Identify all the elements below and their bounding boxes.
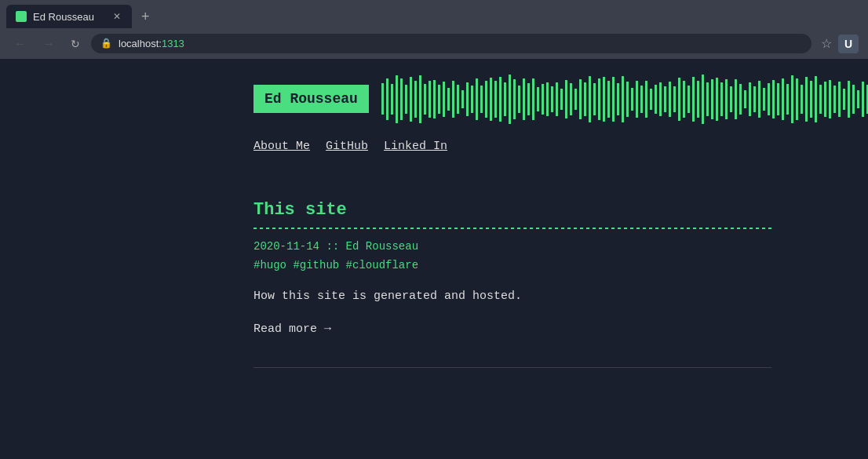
page-content: Ed Rousseau About Me GitHub Linked In Th…	[97, 59, 771, 399]
article-meta: 2020-11-14 :: Ed Rousseau	[253, 240, 771, 253]
refresh-button[interactable]: ↻	[66, 35, 85, 53]
site-title: Ed Rousseau	[253, 85, 369, 113]
site-nav: About Me GitHub Linked In	[253, 140, 771, 153]
address-bar[interactable]: 🔒 localhost:1313	[91, 34, 811, 53]
extension-button[interactable]: U	[838, 35, 859, 53]
forward-button[interactable]: →	[38, 34, 60, 54]
article-tags: #hugo #github #cloudflare	[253, 259, 771, 271]
site-header: Ed Rousseau	[253, 75, 771, 124]
active-tab[interactable]: Ed Rousseau ✕	[6, 5, 132, 28]
address-bar-row: ← → ↻ 🔒 localhost:1313 ☆ U	[0, 28, 868, 59]
back-button[interactable]: ←	[9, 34, 31, 54]
address-text: localhost:1313	[119, 38, 184, 49]
new-tab-button[interactable]: +	[135, 5, 156, 28]
tab-bar: Ed Rousseau ✕ +	[0, 0, 868, 28]
article: This site 2020-11-14 :: Ed Rousseau #hug…	[253, 200, 771, 336]
nav-linkedin[interactable]: Linked In	[384, 140, 447, 153]
tab-title: Ed Rousseau	[33, 11, 105, 23]
bookmark-button[interactable]: ☆	[818, 33, 835, 54]
article-excerpt: How this site is generated and hosted.	[253, 287, 771, 306]
read-more-link[interactable]: Read more →	[253, 322, 331, 336]
tab-favicon	[16, 11, 27, 22]
header-bars	[381, 75, 868, 124]
address-bar-actions: ☆ U	[818, 33, 859, 54]
browser-chrome: Ed Rousseau ✕ + ← → ↻ 🔒 localhost:1313 ☆…	[0, 0, 868, 59]
article-divider	[253, 228, 771, 229]
nav-about-me[interactable]: About Me	[253, 140, 310, 153]
nav-github[interactable]: GitHub	[326, 140, 368, 153]
page-divider	[253, 367, 771, 368]
article-title: This site	[253, 200, 771, 220]
lock-icon: 🔒	[100, 38, 112, 49]
tab-close-button[interactable]: ✕	[111, 9, 122, 24]
